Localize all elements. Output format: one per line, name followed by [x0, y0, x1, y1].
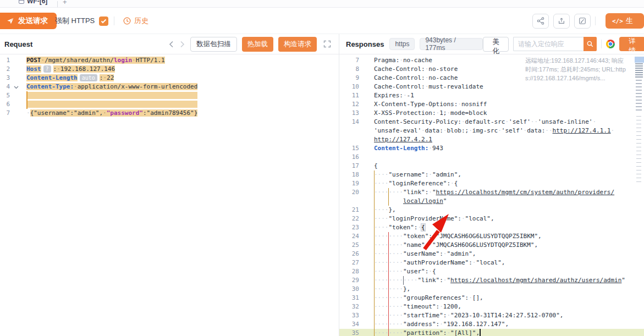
line-number	[339, 126, 359, 135]
code-line[interactable]: 14Content-Security-Policy:·default-src·'…	[339, 118, 644, 126]
force-https-toggle[interactable]: 强制 HTTPS	[55, 8, 108, 34]
code-line[interactable]: 13X-XSS-Protection:·1;·mode=block	[339, 109, 644, 118]
code-token: 'self'	[502, 127, 524, 134]
code-line[interactable]: 1POST·/mgmt/shared/authn/login·HTTP/1.1	[0, 56, 339, 65]
history-prev-button[interactable]	[168, 41, 174, 48]
code-content: ········"partition":·"[All]",	[374, 329, 644, 336]
code-line[interactable]: 34········"address":·"192.168.127.147",	[339, 320, 644, 329]
code-line[interactable]: 12X-Content-Type-Options:·nosniff	[339, 100, 644, 109]
code-line[interactable]: 20········"link":·"https://localhost/mgm…	[339, 188, 644, 197]
tab-current[interactable]: WF-[6]	[13, 0, 53, 7]
link-text[interactable]: local/login	[403, 197, 443, 205]
code-line[interactable]: 28········"user":·{	[339, 267, 644, 276]
code-line[interactable]: 33········"startTime":·"2023-10-31T14:24…	[339, 311, 644, 320]
code-token: Pragma:	[374, 57, 399, 64]
search-input[interactable]	[513, 37, 584, 51]
line-number: 20	[339, 188, 359, 197]
code-line[interactable]: 7Pragma:·no-cache	[339, 56, 644, 65]
code-line[interactable]: 5	[0, 91, 339, 100]
beautify-button[interactable]: 美化	[483, 37, 509, 52]
code-line[interactable]: 35········"partition":·"[All]",	[339, 329, 644, 336]
code-content: X-Content-Type-Options:·nosniff	[374, 100, 644, 109]
code-line[interactable]: 18····"username":·"admin",	[339, 170, 644, 179]
code-line[interactable]: 31········"groupReferences":·[],	[339, 294, 644, 302]
code-content: ········"groupReferences":·[],	[374, 294, 644, 302]
code-line[interactable]: 23····"token":·{	[339, 223, 644, 232]
code-line[interactable]: 22····"loginProviderName":·"local",	[339, 214, 644, 223]
code-token: Host	[26, 65, 41, 73]
code-line[interactable]: 10Cache-Control:·must-revalidate	[339, 82, 644, 91]
code-line[interactable]: http://127.4.2.1	[339, 135, 644, 144]
link-text[interactable]: http://127.4.2.1	[374, 136, 432, 143]
send-request-button[interactable]: 发送请求	[0, 13, 57, 29]
code-line[interactable]: 17{	[339, 162, 644, 170]
code-line[interactable]: 29············"link":·"https://localhost…	[339, 276, 644, 285]
code-line[interactable]: 2Host?:·192.168.127.146	[0, 65, 339, 74]
code-line[interactable]: 30········},	[339, 285, 644, 294]
code-token: "address":	[403, 321, 439, 328]
force-https-checkbox[interactable]	[99, 16, 108, 26]
response-editor[interactable]: 远端地址:192.168.127.146:443; 响应时间:177ms; 总耗…	[339, 54, 644, 336]
code-token: ·	[403, 92, 407, 99]
share-button[interactable]	[532, 14, 549, 29]
line-number: 2	[0, 65, 10, 74]
code-line[interactable]: 26········"userName":·"admin",	[339, 250, 644, 258]
code-line[interactable]: 16	[339, 153, 644, 162]
code-line[interactable]: 32········"timeout":·1200,	[339, 302, 644, 311]
link-text[interactable]: https://localhost/mgmt/cm/system/authn/p…	[436, 189, 615, 196]
fold-gutter	[359, 65, 374, 74]
code-token: ·	[592, 118, 596, 125]
code-line[interactable]: 6	[0, 100, 339, 109]
line-number	[339, 135, 359, 144]
new-tab-button[interactable]: +	[63, 0, 67, 6]
code-token: ·	[439, 321, 443, 328]
code-token: 'self'	[509, 118, 531, 125]
code-token: {	[432, 268, 436, 275]
open-in-browser-button[interactable]	[606, 40, 615, 48]
code-token: ····	[374, 224, 389, 231]
line-number: 31	[339, 294, 359, 302]
details-button[interactable]: 详情	[619, 37, 644, 51]
code-line[interactable]: 25········"name":·"JMQCASH6OG6LUSYDTQQPZ…	[339, 241, 644, 250]
code-line[interactable]: local/login"	[339, 197, 644, 206]
code-line[interactable]: 15Content-Length:·943	[339, 144, 644, 153]
code-token: 1;	[439, 109, 447, 117]
code-line[interactable]: 7·{"username":"admin",·"password":"admin…	[0, 109, 339, 118]
hot-reload-button[interactable]: 热加载	[242, 37, 274, 52]
code-line[interactable]: 4Content-Type:·application/x-www-form-ur…	[0, 82, 339, 91]
export-button[interactable]	[553, 14, 570, 29]
edit-button[interactable]	[574, 14, 591, 29]
chevron-left-icon	[168, 41, 174, 48]
code-line[interactable]: 9Cache-Control:·no-cache	[339, 74, 644, 82]
code-line[interactable]: 27········"authProviderName":·"local",	[339, 258, 644, 267]
indent-guide	[374, 223, 375, 232]
code-token: 22	[107, 74, 114, 81]
fold-chevron-icon[interactable]	[10, 83, 26, 92]
code-line[interactable]: 21····},	[339, 206, 644, 214]
code-token: data:	[527, 127, 545, 134]
search-button[interactable]	[584, 37, 597, 51]
link-text[interactable]: http://127.4.1.1	[553, 127, 611, 134]
indent-guide	[374, 250, 375, 258]
fullscreen-button[interactable]	[323, 40, 331, 48]
history-next-button[interactable]	[179, 41, 185, 48]
code-line[interactable]: 19····"loginReference":·{	[339, 179, 644, 188]
construct-request-button[interactable]: 构造请求	[278, 37, 317, 52]
packet-scan-button[interactable]: 数据包扫描	[190, 37, 237, 52]
response-search	[513, 37, 597, 51]
history-button[interactable]: 历史	[123, 8, 148, 34]
code-line[interactable]: 3Content-Lengthauto:·22	[0, 74, 339, 82]
code-line[interactable]: 11Expires:·-1	[339, 91, 644, 100]
code-token: ·	[428, 241, 432, 249]
code-token: img-src	[472, 127, 498, 134]
indent-guide	[388, 302, 389, 311]
request-editor[interactable]: 1POST·/mgmt/shared/authn/login·HTTP/1.12…	[0, 54, 339, 336]
code-line[interactable]: 'unsafe-eval'·data:·blob:;·img-src·'self…	[339, 126, 644, 135]
code-token: ·	[428, 171, 432, 178]
fold-gutter	[359, 100, 374, 109]
code-line[interactable]: 8Cache-Control:·no-store	[339, 65, 644, 74]
code-line[interactable]: 24········"token":·"JMQCASH6OG6LUSYDTQQP…	[339, 232, 644, 241]
generate-code-button[interactable]: </> 生	[606, 13, 644, 29]
line-number: 14	[339, 118, 359, 126]
link-text[interactable]: https://localhost/mgmt/shared/authz/user…	[450, 277, 621, 284]
